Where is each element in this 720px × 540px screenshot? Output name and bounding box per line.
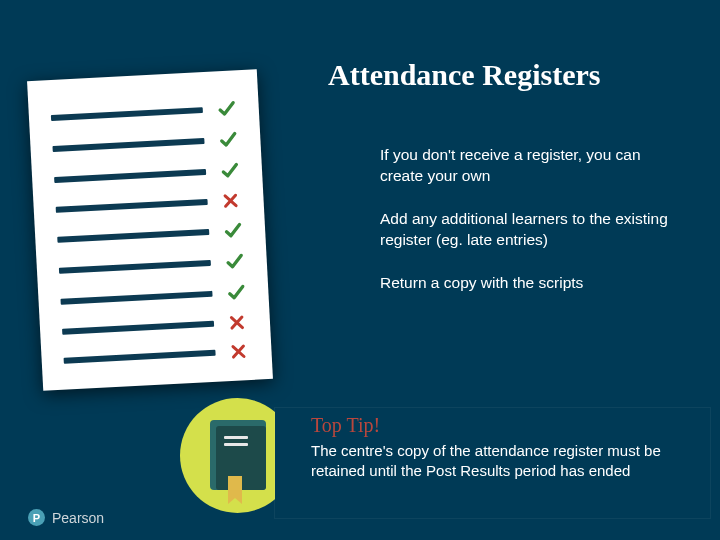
check-icon: [226, 282, 249, 303]
brand-name: Pearson: [52, 510, 104, 526]
bullet-item: Add any additional learners to the exist…: [380, 209, 670, 251]
register-row: [52, 129, 241, 159]
register-row: [60, 282, 249, 312]
register-row: [63, 342, 252, 370]
register-line: [54, 169, 206, 183]
page-title: Attendance Registers: [328, 58, 600, 92]
register-row: [62, 313, 251, 341]
register-line: [59, 260, 211, 274]
check-icon: [224, 251, 247, 272]
register-sheet-graphic: [27, 69, 273, 391]
bullet-list: If you don't receive a register, you can…: [380, 145, 670, 316]
bullet-item: Return a copy with the scripts: [380, 273, 670, 294]
register-line: [64, 350, 216, 364]
register-row: [55, 191, 244, 219]
check-icon: [218, 129, 241, 150]
top-tip-box: Top Tip! The centre's copy of the attend…: [275, 408, 710, 518]
register-row: [57, 220, 246, 250]
check-icon: [216, 98, 239, 119]
register-line: [52, 138, 204, 152]
brand-badge-icon: P: [28, 509, 45, 526]
check-icon: [223, 220, 246, 241]
check-icon: [219, 160, 242, 181]
register-row: [54, 160, 243, 190]
register-line: [57, 229, 209, 243]
cross-icon: [229, 342, 252, 361]
brand-logo: P Pearson: [28, 509, 104, 526]
register-row: [50, 98, 239, 128]
cross-icon: [221, 191, 244, 210]
register-line: [56, 199, 208, 213]
cross-icon: [228, 313, 251, 332]
bullet-item: If you don't receive a register, you can…: [380, 145, 670, 187]
top-tip-body: The centre's copy of the attendance regi…: [311, 441, 696, 480]
register-line: [60, 291, 212, 305]
register-line: [62, 321, 214, 335]
register-row: [58, 251, 247, 281]
top-tip-title: Top Tip!: [311, 414, 696, 437]
register-line: [51, 107, 203, 121]
